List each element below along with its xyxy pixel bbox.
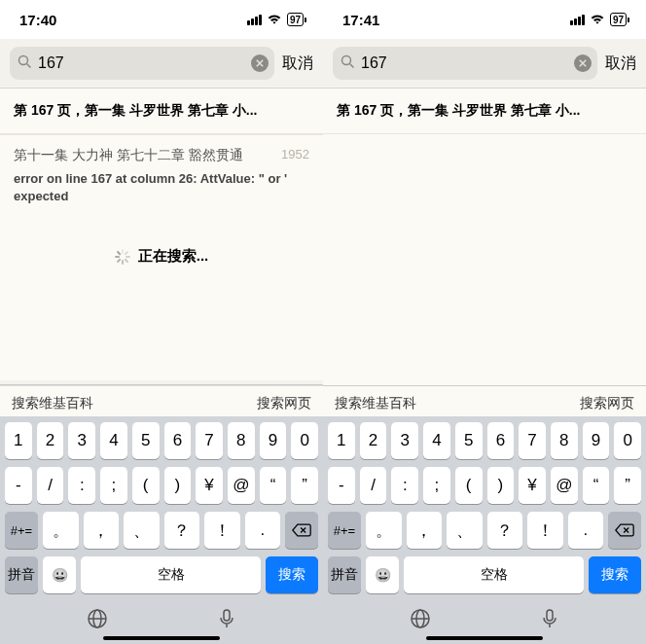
search-field[interactable]: 167: [333, 47, 597, 80]
key-0[interactable]: 0: [291, 422, 318, 459]
pinyin-key[interactable]: 拼音: [328, 556, 361, 593]
key[interactable]: :: [68, 467, 95, 504]
key-6[interactable]: 6: [164, 422, 192, 459]
key-8[interactable]: 8: [551, 422, 578, 459]
key-3[interactable]: 3: [391, 422, 418, 459]
key[interactable]: @: [551, 467, 578, 504]
key[interactable]: .: [568, 512, 604, 549]
search-query: 167: [361, 54, 568, 72]
key[interactable]: (: [132, 467, 160, 504]
backspace-key[interactable]: [608, 512, 641, 549]
key[interactable]: -: [328, 467, 355, 504]
key-3[interactable]: 3: [68, 422, 95, 459]
cancel-button[interactable]: 取消: [605, 54, 636, 74]
search-bar: 167 取消: [0, 39, 323, 89]
emoji-key[interactable]: 😀: [366, 556, 399, 593]
svg-point-0: [19, 55, 28, 64]
search-icon: [18, 54, 32, 73]
key[interactable]: ”: [291, 467, 318, 504]
key[interactable]: ): [487, 467, 515, 504]
key-8[interactable]: 8: [228, 422, 255, 459]
cancel-button[interactable]: 取消: [282, 54, 313, 74]
key[interactable]: ”: [614, 467, 641, 504]
key[interactable]: ): [164, 467, 192, 504]
battery-icon: 97: [610, 13, 627, 26]
key-4[interactable]: 4: [100, 422, 127, 459]
search-wikipedia-button[interactable]: 搜索维基百科: [335, 395, 416, 412]
key[interactable]: 、: [124, 512, 160, 549]
space-key[interactable]: 空格: [404, 556, 584, 593]
search-toolbar: 搜索维基百科 搜索网页: [0, 385, 323, 420]
key[interactable]: ？: [487, 512, 523, 549]
space-key[interactable]: 空格: [81, 556, 261, 593]
clock: 17:41: [342, 12, 379, 28]
mic-icon[interactable]: [215, 607, 238, 634]
key[interactable]: ;: [423, 467, 450, 504]
search-web-button[interactable]: 搜索网页: [580, 395, 634, 412]
key-4[interactable]: 4: [423, 422, 450, 459]
search-field[interactable]: 167: [10, 47, 274, 80]
search-key[interactable]: 搜索: [266, 556, 318, 593]
key[interactable]: -: [5, 467, 32, 504]
backspace-key[interactable]: [285, 512, 318, 549]
key[interactable]: ？: [164, 512, 200, 549]
clear-icon[interactable]: [251, 54, 269, 72]
key-1[interactable]: 1: [328, 422, 355, 459]
error-text: error on line 167 at column 26: AttValue…: [0, 166, 323, 218]
key-9[interactable]: 9: [583, 422, 610, 459]
screen-right: 17:41 97 167 取消 第 167 页，第一集 斗罗世界 第七章 小..…: [323, 0, 646, 644]
key[interactable]: ;: [100, 467, 127, 504]
mic-icon[interactable]: [538, 607, 561, 634]
key[interactable]: .: [245, 512, 281, 549]
key[interactable]: 、: [447, 512, 483, 549]
key[interactable]: 。: [43, 512, 79, 549]
key[interactable]: @: [228, 467, 255, 504]
key[interactable]: (: [455, 467, 483, 504]
wifi-icon: [267, 12, 282, 28]
clock: 17:40: [19, 12, 56, 28]
shift-key[interactable]: #+=: [328, 512, 361, 549]
result-number: 1952: [281, 147, 309, 164]
svg-point-6: [342, 55, 351, 64]
key-6[interactable]: 6: [487, 422, 515, 459]
globe-icon[interactable]: [86, 607, 109, 634]
key[interactable]: “: [260, 467, 287, 504]
search-key[interactable]: 搜索: [589, 556, 641, 593]
keyboard-bottom-bar: [3, 601, 320, 640]
svg-line-1: [27, 63, 31, 67]
emoji-key[interactable]: 😀: [43, 556, 76, 593]
key-5[interactable]: 5: [132, 422, 160, 459]
pinyin-key[interactable]: 拼音: [5, 556, 38, 593]
key[interactable]: /: [360, 467, 387, 504]
key-9[interactable]: 9: [260, 422, 287, 459]
key-7[interactable]: 7: [196, 422, 223, 459]
search-web-button[interactable]: 搜索网页: [257, 395, 311, 412]
wifi-icon: [590, 12, 605, 28]
search-result[interactable]: 第十一集 大力神 第七十二章 豁然贯通 1952: [0, 134, 323, 166]
search-result[interactable]: 第 167 页，第一集 斗罗世界 第七章 小...: [323, 89, 646, 134]
globe-icon[interactable]: [409, 607, 432, 634]
key[interactable]: ！: [204, 512, 240, 549]
clear-icon[interactable]: [574, 54, 592, 72]
key-2[interactable]: 2: [360, 422, 387, 459]
key[interactable]: 。: [366, 512, 402, 549]
status-bar: 17:41 97: [323, 0, 646, 39]
key[interactable]: ，: [407, 512, 443, 549]
home-indicator: [426, 636, 543, 640]
key-0[interactable]: 0: [614, 422, 641, 459]
key[interactable]: /: [37, 467, 64, 504]
key-1[interactable]: 1: [5, 422, 32, 459]
key-5[interactable]: 5: [455, 422, 483, 459]
key[interactable]: “: [583, 467, 610, 504]
search-result[interactable]: 第 167 页，第一集 斗罗世界 第七章 小...: [0, 89, 323, 134]
status-bar: 17:40 97: [0, 0, 323, 39]
key-2[interactable]: 2: [37, 422, 64, 459]
search-wikipedia-button[interactable]: 搜索维基百科: [12, 395, 93, 412]
key[interactable]: ¥: [196, 467, 223, 504]
shift-key[interactable]: #+=: [5, 512, 38, 549]
key[interactable]: :: [391, 467, 418, 504]
key[interactable]: ！: [527, 512, 563, 549]
key-7[interactable]: 7: [519, 422, 546, 459]
key[interactable]: ，: [84, 512, 120, 549]
key[interactable]: ¥: [519, 467, 546, 504]
